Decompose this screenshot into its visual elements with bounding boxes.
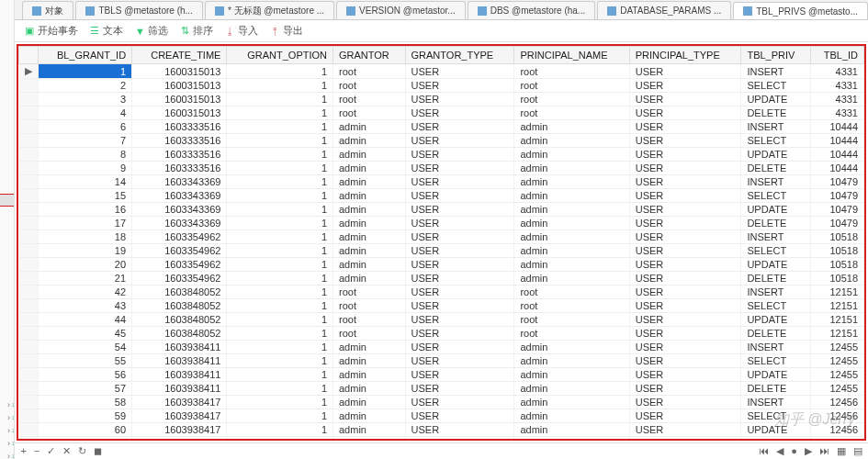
cell[interactable]: admin <box>514 148 629 162</box>
cell[interactable]: USER <box>405 272 514 285</box>
cell[interactable]: USER <box>629 64 741 79</box>
tree-db-navms[interactable]: ›≡navms <box>0 424 14 437</box>
cell[interactable]: 12151 <box>810 327 863 341</box>
cell[interactable]: 14 <box>38 175 131 189</box>
tab-3[interactable]: VERSION @metastor... <box>336 1 466 19</box>
tree-table-skewed_string_list[interactable]: ▦SKEWED_STRING_LIST <box>0 79 15 92</box>
table-row[interactable]: 5416039384111adminUSERadminUSERINSERT124… <box>19 341 864 354</box>
cell[interactable]: admin <box>514 189 629 203</box>
table-row[interactable]: 4516038480521rootUSERrootUSERDELETE12151 <box>19 327 864 341</box>
cell[interactable]: 1603938411 <box>132 354 227 368</box>
cell[interactable]: root <box>514 313 629 327</box>
cell[interactable]: 1603848052 <box>132 313 227 327</box>
cell[interactable]: admin <box>514 217 629 230</box>
cell[interactable]: 1603333516 <box>132 148 227 162</box>
cell[interactable]: root <box>514 64 629 79</box>
table-row[interactable]: 1416033433691adminUSERadminUSERINSERT104… <box>19 175 864 189</box>
column-header[interactable]: GRANTOR_TYPE <box>405 47 514 64</box>
cell[interactable]: 1 <box>227 120 333 134</box>
cell[interactable]: admin <box>514 354 629 368</box>
cell[interactable]: 1 <box>227 341 333 354</box>
cell[interactable]: root <box>514 299 629 313</box>
table-row[interactable]: 6016039384171adminUSERadminUSERUPDATE124… <box>19 423 864 437</box>
cell[interactable]: USER <box>629 258 741 272</box>
cell[interactable]: USER <box>629 106 741 120</box>
cell[interactable]: 1600315013 <box>132 106 227 120</box>
first-page-button[interactable]: ⏮ <box>759 445 769 457</box>
cell[interactable]: admin <box>333 189 406 203</box>
refresh-button[interactable]: ↻ <box>78 445 86 457</box>
cell[interactable]: root <box>333 327 406 341</box>
cell[interactable]: 4331 <box>810 93 863 106</box>
table-row[interactable]: 5616039384111adminUSERadminUSERUPDATE124… <box>19 368 864 382</box>
cell[interactable]: INSERT <box>741 120 810 134</box>
tree-table-sequence_table[interactable]: ▦SEQUENCE_TABLE <box>0 15 15 28</box>
cell[interactable]: root <box>333 64 406 79</box>
cell[interactable]: 1 <box>227 244 333 258</box>
cell[interactable]: root <box>333 313 406 327</box>
cell[interactable]: USER <box>629 79 741 93</box>
cell[interactable]: admin <box>333 230 406 244</box>
cell[interactable]: USER <box>629 327 741 341</box>
cell[interactable]: 1603333516 <box>132 120 227 134</box>
cell[interactable]: 10479 <box>810 217 863 230</box>
cell[interactable]: USER <box>405 354 514 368</box>
cell[interactable]: USER <box>629 120 741 134</box>
cell[interactable]: admin <box>514 120 629 134</box>
table-row[interactable]: 1916033549621adminUSERadminUSERSELECT105… <box>19 244 864 258</box>
cell[interactable]: 59 <box>38 409 131 423</box>
cell[interactable]: 8 <box>38 148 131 162</box>
tree-db-nav[interactable]: ›≡nav <box>0 411 14 424</box>
cell[interactable]: INSERT <box>741 396 810 409</box>
cell[interactable]: 18 <box>38 230 131 244</box>
cell[interactable]: 1 <box>227 93 333 106</box>
cell[interactable]: 12455 <box>810 341 863 354</box>
cell[interactable]: USER <box>629 354 741 368</box>
cell[interactable]: 1603848052 <box>132 285 227 299</box>
cell[interactable]: UPDATE <box>741 423 810 437</box>
table-row[interactable]: 2016033549621adminUSERadminUSERUPDATE105… <box>19 258 864 272</box>
cell[interactable]: 1603354962 <box>132 258 227 272</box>
cell[interactable]: 61 <box>38 437 131 442</box>
cell[interactable]: 1603354962 <box>132 244 227 258</box>
begin-transaction-button[interactable]: ▣开始事务 <box>24 24 78 38</box>
cell[interactable]: root <box>333 93 406 106</box>
cell[interactable]: USER <box>405 175 514 189</box>
tree-db-mysql[interactable]: ›≡mysql <box>0 398 14 411</box>
cell[interactable]: USER <box>405 396 514 409</box>
cell[interactable]: 2 <box>38 79 131 93</box>
cell[interactable]: 16 <box>38 203 131 217</box>
cell[interactable]: 20 <box>38 258 131 272</box>
column-header[interactable]: BL_GRANT_ID <box>38 47 131 64</box>
cell[interactable]: USER <box>629 396 741 409</box>
cell[interactable]: 12456 <box>810 409 863 423</box>
tree-table-sds[interactable]: ▦SDS <box>0 2 15 15</box>
cell[interactable]: USER <box>405 148 514 162</box>
cell[interactable]: SELECT <box>741 79 810 93</box>
cell[interactable]: DELETE <box>741 327 810 341</box>
cell[interactable]: SELECT <box>741 409 810 423</box>
cell[interactable]: 1600315013 <box>132 64 227 79</box>
tree-folder[interactable]: ›🔍查询 <box>0 360 15 373</box>
cell[interactable]: SELECT <box>741 244 810 258</box>
table-row[interactable]: 1716033433691adminUSERadminUSERDELETE104… <box>19 217 864 230</box>
cell[interactable]: admin <box>333 396 406 409</box>
tree-table-user_role[interactable]: ▦user_role <box>0 270 15 283</box>
tree-table-tbl_privs[interactable]: ▦TBL_PRIVS <box>0 194 15 207</box>
table-row[interactable]: 5916039384171adminUSERadminUSERSELECT124… <box>19 409 864 423</box>
cell[interactable]: 12456 <box>810 423 863 437</box>
cell[interactable]: 1 <box>227 134 333 148</box>
cell[interactable]: 1 <box>227 437 333 442</box>
cell[interactable]: USER <box>405 203 514 217</box>
tree-table-table_params[interactable]: ▦TABLE_PARAMS <box>0 156 15 169</box>
column-header[interactable]: GRANTOR <box>333 47 406 64</box>
cell[interactable]: root <box>514 93 629 106</box>
cell[interactable]: 1603938411 <box>132 341 227 354</box>
table-row[interactable]: 4316038480521rootUSERrootUSERSELECT12151 <box>19 299 864 313</box>
cell[interactable]: admin <box>333 341 406 354</box>
cell[interactable]: USER <box>629 148 741 162</box>
cell[interactable]: USER <box>405 162 514 175</box>
cell[interactable]: USER <box>405 217 514 230</box>
cell[interactable]: admin <box>514 134 629 148</box>
table-row[interactable]: 316003150131rootUSERrootUSERUPDATE4331 <box>19 93 864 106</box>
